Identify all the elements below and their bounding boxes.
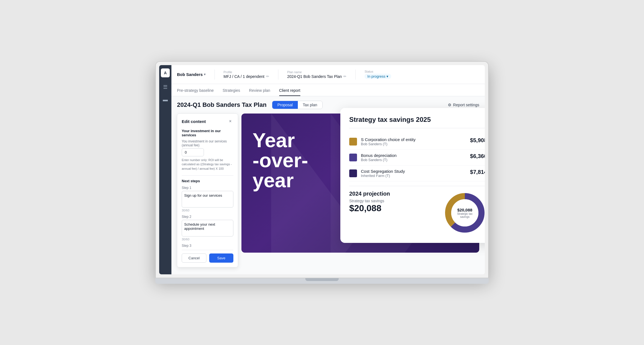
tab-review-plan[interactable]: Review plan: [249, 88, 270, 96]
investment-hint: Enter number only: ROI will be calculate…: [182, 158, 233, 171]
panel-footer: Cancel Save: [182, 250, 233, 263]
profile-section: Profile MFJ / CA / 1 dependent ✏: [224, 70, 269, 79]
donut-center-value: $20,088: [454, 208, 476, 212]
savings-swatch-1: [349, 138, 357, 146]
step-3-label: Step 3: [182, 244, 233, 248]
savings-item-2-left: Bonus depreciation Bob Sanders (T): [349, 153, 396, 162]
step-1-input[interactable]: Sign up for our services: [182, 191, 233, 208]
savings-item-3-left: Cost Segregation Study Inherited Farm (T…: [349, 169, 405, 178]
sidebar: A ☰ ▬: [159, 65, 171, 274]
toggle-proposal[interactable]: Proposal: [272, 101, 298, 109]
savings-item-1-name: S Corporation choice of entity: [361, 137, 416, 142]
cancel-button[interactable]: Cancel: [182, 253, 206, 263]
step-2-label: Step 2: [182, 215, 233, 219]
status-chevron-icon: ▾: [386, 74, 388, 78]
next-steps-label: Next steps: [182, 179, 233, 183]
donut-center-label: Strategic tax savings: [454, 212, 476, 218]
big-text-line2: -over-: [253, 150, 308, 170]
savings-item-2: Bonus depreciation Bob Sanders (T) $6,36…: [349, 150, 485, 166]
donut-chart: $20,088 Strategic tax savings: [443, 191, 485, 235]
savings-item-3-sub: Inherited Farm (T): [361, 174, 405, 178]
savings-card-title: Strategy tax savings 2025: [349, 116, 485, 128]
status-section: Status In progress ▾: [365, 70, 391, 79]
donut-center: $20,088 Strategic tax savings: [454, 208, 476, 218]
savings-item-1: S Corporation choice of entity Bob Sande…: [349, 134, 485, 150]
laptop-base: [155, 278, 489, 284]
header-divider-2: [278, 70, 278, 80]
plan-label: Plan name: [287, 70, 347, 74]
header-bar: Bob Sanders ▾ Profile MFJ / CA / 1 depen…: [171, 65, 485, 84]
report-area: Edit content × Your investment in our se…: [177, 114, 479, 267]
edit-panel: Edit content × Your investment in our se…: [177, 114, 238, 267]
step-2-input[interactable]: Schedule your next appointment: [182, 220, 233, 236]
status-label: Status: [365, 70, 391, 73]
tab-client-report[interactable]: Client report: [279, 88, 300, 96]
card-icon[interactable]: ▬: [163, 97, 168, 103]
profile-edit-icon[interactable]: ✏: [266, 74, 269, 78]
savings-item-2-sub: Bob Sanders (T): [361, 158, 396, 162]
investment-section-label: Your investment in our services: [182, 129, 233, 137]
savings-item-3-amount: $7,814: [470, 169, 485, 175]
savings-item-1-amount: $5,908: [470, 137, 485, 144]
tab-strategies[interactable]: Strategies: [223, 88, 240, 96]
savings-item-2-name: Bonus depreciation: [361, 153, 396, 158]
savings-item-2-amount: $6,366: [470, 153, 485, 159]
plan-edit-icon[interactable]: ✏: [343, 74, 346, 78]
close-button[interactable]: ×: [227, 118, 233, 124]
savings-item-3: Cost Segregation Study Inherited Farm (T…: [349, 166, 485, 181]
savings-swatch-2: [349, 154, 357, 161]
step-1-label: Step 1: [182, 186, 233, 190]
nav-tabs: Pre-strategy baseline Strategies Review …: [171, 84, 485, 96]
report-settings-button[interactable]: ⚙ Report settings: [448, 103, 479, 107]
projection-label: Strategy tax savings: [349, 199, 390, 203]
plan-title: 2024-Q1 Bob Sanders Tax Plan: [177, 101, 266, 109]
tab-pre-strategy[interactable]: Pre-strategy baseline: [177, 88, 214, 96]
report-visual: Year -over- year 2024 actual Total incom…: [241, 114, 479, 267]
save-button[interactable]: Save: [209, 253, 233, 263]
section-divider: [182, 175, 233, 176]
sidebar-logo: A: [161, 68, 170, 77]
big-text: Year -over- year: [253, 130, 308, 190]
edit-panel-header: Edit content ×: [182, 118, 233, 124]
laptop-notch: [305, 278, 339, 281]
step-2-char-count: 30/60: [182, 238, 233, 241]
user-name[interactable]: Bob Sanders ▾: [177, 72, 206, 77]
projection-left: 2024 projection Strategy tax savings $20…: [349, 191, 390, 213]
header-divider-1: [214, 70, 215, 80]
savings-item-1-sub: Bob Sanders (T): [361, 142, 416, 146]
menu-icon[interactable]: ☰: [163, 84, 168, 90]
projection-value: $20,088: [349, 203, 390, 213]
header-divider-3: [355, 70, 356, 80]
projection-section: 2024 projection Strategy tax savings $20…: [349, 186, 485, 235]
plan-section: Plan name 2024-Q1 Bob Sanders Tax Plan ✏: [287, 70, 347, 79]
edit-panel-title: Edit content: [182, 119, 206, 124]
investment-field-label: You investment in our services (annual f…: [182, 139, 233, 147]
user-chevron-icon: ▾: [204, 73, 206, 76]
profile-value: MFJ / CA / 1 dependent ✏: [224, 74, 269, 79]
user-info: Bob Sanders ▾: [177, 72, 206, 77]
status-badge[interactable]: In progress ▾: [365, 74, 391, 79]
big-text-line3: year: [253, 170, 308, 190]
gear-icon: ⚙: [448, 103, 451, 107]
content-area: 2024-Q1 Bob Sanders Tax Plan Proposal Ta…: [171, 96, 485, 274]
savings-swatch-3: [349, 169, 357, 177]
profile-label: Profile: [224, 70, 269, 74]
plan-value: 2024-Q1 Bob Sanders Tax Plan ✏: [287, 74, 347, 79]
projection-title: 2024 projection: [349, 191, 390, 197]
view-toggle: Proposal Tax plan: [272, 101, 322, 109]
toggle-tax-plan[interactable]: Tax plan: [298, 101, 322, 109]
step-1-char-count: 30/60: [182, 209, 233, 212]
big-text-line1: Year: [253, 130, 308, 150]
savings-card: Strategy tax savings 2025 S Corporation …: [340, 108, 485, 243]
annual-fee-input[interactable]: [182, 148, 204, 156]
savings-item-3-name: Cost Segregation Study: [361, 169, 405, 174]
savings-item-1-left: S Corporation choice of entity Bob Sande…: [349, 137, 416, 146]
